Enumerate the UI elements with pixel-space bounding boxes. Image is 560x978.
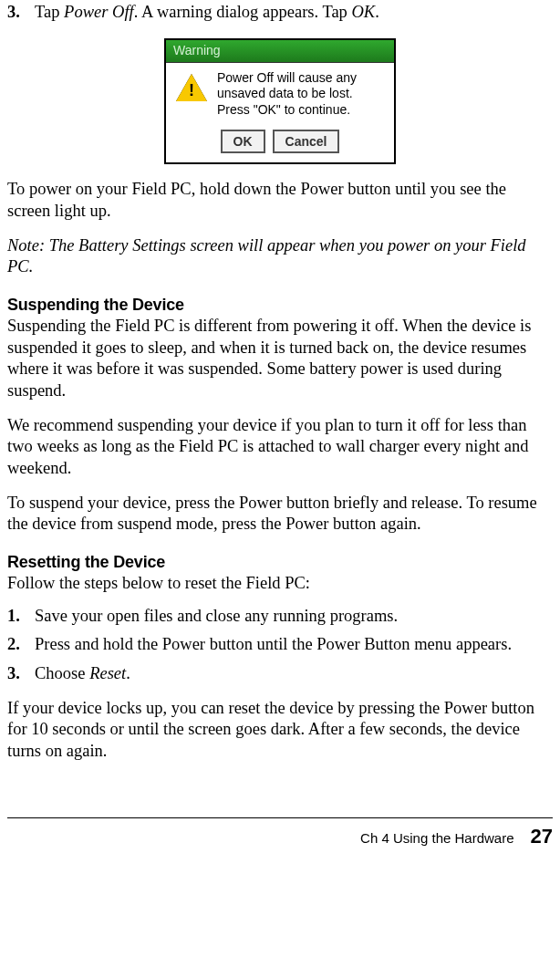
note-paragraph: Note: The Battery Settings screen will a… [7, 235, 553, 278]
step-text: Press and hold the Power button until th… [35, 634, 553, 656]
step-3-text-a: Tap [35, 3, 64, 21]
dialog-message: Power Off will cause any unsaved data to… [217, 70, 387, 120]
step-text: Save your open files and close any runni… [35, 606, 553, 628]
reset-step-3: 3. Choose Reset. [7, 661, 553, 685]
dialog-line-2: unsaved data to be lost. [217, 86, 383, 102]
dialog-titlebar: Warning [166, 40, 394, 63]
step-number: 3. [7, 663, 35, 685]
reset-step-3-a: Choose [35, 664, 89, 682]
warning-icon-wrap [166, 70, 217, 120]
dialog-line-3: Press "OK" to continue. [217, 102, 383, 119]
reset-intro: Follow the steps below to reset the Fiel… [7, 573, 553, 595]
warning-icon [176, 74, 207, 101]
dialog-line-1: Power Off will cause any [217, 70, 383, 87]
suspend-paragraph-1: Suspending the Field PC is different fro… [7, 316, 553, 402]
step-3-text-b: Power Off [64, 3, 134, 21]
dialog-body: Power Off will cause any unsaved data to… [166, 63, 394, 123]
suspend-paragraph-3: To suspend your device, press the Power … [7, 493, 553, 536]
step-text: Tap Power Off. A warning dialog appears.… [35, 2, 553, 24]
reset-step-3-c: . [126, 664, 130, 682]
ok-button[interactable]: OK [221, 130, 265, 153]
reset-step-2: 2. Press and hold the Power button until… [7, 632, 553, 656]
cancel-button[interactable]: Cancel [273, 130, 340, 153]
warning-dialog: Warning Power Off will cause any unsaved… [164, 38, 396, 165]
step-number: 2. [7, 634, 35, 656]
step-3-text-d: OK [352, 3, 376, 21]
heading-suspending: Suspending the Device [7, 295, 553, 316]
step-3-text-e: . [375, 3, 379, 21]
footer-page-number: 27 [531, 824, 553, 849]
page-footer: Ch 4 Using the Hardware 27 [7, 817, 553, 849]
reset-step-1: 1. Save your open files and close any ru… [7, 604, 553, 628]
reset-outro: If your device locks up, you can reset t… [7, 698, 553, 763]
suspend-paragraph-2: We recommend suspending your device if y… [7, 415, 553, 480]
document-page: 3. Tap Power Off. A warning dialog appea… [0, 0, 560, 849]
heading-resetting: Resetting the Device [7, 552, 553, 573]
step-number: 1. [7, 606, 35, 628]
dialog-screenshot-wrap: Warning Power Off will cause any unsaved… [7, 38, 553, 165]
footer-chapter: Ch 4 Using the Hardware [360, 829, 513, 847]
reset-step-3-b: Reset [89, 664, 126, 682]
step-3-text-c: . A warning dialog appears. Tap [134, 3, 352, 21]
dialog-buttons: OK Cancel [166, 122, 394, 162]
step-text: Choose Reset. [35, 663, 553, 685]
power-on-paragraph: To power on your Field PC, hold down the… [7, 179, 553, 222]
step-3: 3. Tap Power Off. A warning dialog appea… [7, 0, 553, 24]
step-number: 3. [7, 2, 35, 24]
